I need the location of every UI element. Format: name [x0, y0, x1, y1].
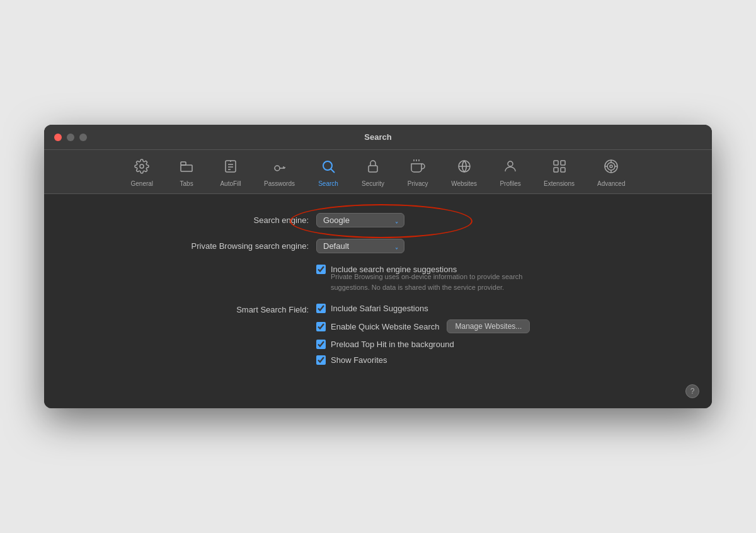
safari-suggestions-checkbox[interactable]	[316, 304, 326, 313]
svg-point-0	[140, 164, 144, 168]
tab-security[interactable]: Security	[350, 155, 396, 193]
quick-website-search-row: Enable Quick Website Search Manage Websi…	[316, 319, 530, 333]
svg-point-12	[323, 161, 332, 170]
tab-autofill[interactable]: AutoFill	[209, 155, 253, 193]
tab-security-label: Security	[362, 180, 384, 187]
advanced-icon	[604, 159, 619, 178]
private-engine-select-wrapper: Default Google Bing DuckDuckGo	[316, 239, 404, 253]
manage-websites-button[interactable]: Manage Websites...	[447, 319, 530, 333]
preload-top-hit-label: Preload Top Hit in the background	[331, 340, 454, 349]
include-suggestions-checkbox[interactable]	[316, 265, 326, 274]
content-area: Search engine: Google Bing DuckDuckGo Ya…	[44, 194, 712, 408]
tab-search[interactable]: Search	[306, 155, 350, 193]
tab-general-label: General	[131, 180, 154, 187]
titlebar: Search	[44, 125, 712, 150]
quick-website-search-checkbox[interactable]	[316, 322, 326, 331]
maximize-button[interactable]	[79, 134, 87, 141]
tab-websites[interactable]: Websites	[440, 155, 488, 193]
help-button[interactable]: ?	[685, 384, 699, 398]
svg-rect-2	[181, 165, 192, 171]
tab-profiles[interactable]: Profiles	[488, 155, 532, 193]
password-icon	[272, 159, 287, 178]
suggestions-section: Include search engine suggestions Privat…	[316, 265, 598, 292]
show-favorites-label: Show Favorites	[331, 355, 387, 365]
tab-advanced-label: Advanced	[597, 180, 625, 187]
search-engine-select[interactable]: Google Bing DuckDuckGo Yahoo Ecosia	[316, 213, 404, 227]
tab-extensions[interactable]: Extensions	[532, 155, 586, 193]
tab-profiles-label: Profiles	[500, 180, 520, 187]
tab-search-label: Search	[318, 180, 338, 187]
smart-search-section: Smart Search Field: Include Safari Sugge…	[158, 304, 598, 365]
extensions-icon	[552, 159, 567, 178]
tab-extensions-label: Extensions	[544, 180, 575, 187]
tab-tabs[interactable]: Tabs	[164, 155, 209, 193]
settings-section: Search engine: Google Bing DuckDuckGo Ya…	[158, 213, 598, 365]
privacy-icon	[410, 159, 425, 178]
tabs-icon	[179, 159, 194, 178]
tab-autofill-label: AutoFill	[220, 180, 241, 187]
minimize-button[interactable]	[67, 134, 74, 141]
toolbar: General Tabs Au	[44, 150, 712, 194]
svg-rect-14	[369, 166, 377, 172]
security-icon	[365, 159, 381, 178]
tab-tabs-label: Tabs	[180, 180, 193, 187]
safari-suggestions-label: Include Safari Suggestions	[331, 304, 428, 313]
tab-advanced[interactable]: Advanced	[586, 155, 636, 193]
svg-point-20	[508, 161, 513, 166]
svg-rect-23	[554, 168, 558, 172]
search-engine-row: Search engine: Google Bing DuckDuckGo Ya…	[158, 213, 598, 227]
profiles-icon	[503, 159, 518, 178]
smart-search-options: Include Safari Suggestions Enable Quick …	[316, 304, 530, 365]
gear-icon	[134, 159, 149, 178]
traffic-lights	[54, 134, 87, 141]
svg-point-25	[610, 165, 612, 168]
suggestions-description: Private Browsing uses on-device informat…	[331, 272, 595, 292]
svg-point-26	[607, 163, 615, 170]
show-favorites-checkbox[interactable]	[316, 355, 326, 365]
preload-top-hit-checkbox[interactable]	[316, 340, 326, 349]
help-icon: ?	[690, 387, 695, 396]
svg-rect-21	[554, 161, 558, 165]
search-engine-row-wrapper: Search engine: Google Bing DuckDuckGo Ya…	[158, 213, 598, 227]
svg-rect-3	[226, 161, 236, 172]
svg-rect-22	[561, 161, 565, 165]
tab-passwords-label: Passwords	[264, 180, 295, 187]
private-engine-select[interactable]: Default Google Bing DuckDuckGo	[316, 239, 404, 253]
preload-top-hit-row: Preload Top Hit in the background	[316, 340, 530, 349]
tab-general[interactable]: General	[120, 155, 165, 193]
websites-icon	[457, 159, 472, 178]
window-title: Search	[364, 132, 391, 142]
main-window: Search General Tabs	[44, 125, 712, 408]
tab-websites-label: Websites	[451, 180, 477, 187]
tab-passwords[interactable]: Passwords	[253, 155, 306, 193]
private-engine-row: Private Browsing search engine: Default …	[158, 239, 598, 253]
tab-privacy-label: Privacy	[408, 180, 428, 187]
private-engine-label: Private Browsing search engine:	[158, 241, 309, 251]
safari-suggestions-row: Include Safari Suggestions	[316, 304, 530, 313]
search-engine-select-wrapper: Google Bing DuckDuckGo Yahoo Ecosia	[316, 213, 404, 227]
search-engine-label: Search engine:	[158, 215, 309, 225]
svg-line-13	[331, 169, 335, 173]
svg-point-8	[275, 166, 280, 171]
search-icon	[321, 159, 336, 178]
show-favorites-row: Show Favorites	[316, 355, 530, 365]
tab-privacy[interactable]: Privacy	[396, 155, 440, 193]
close-button[interactable]	[54, 134, 62, 141]
smart-search-label: Smart Search Field:	[158, 304, 309, 365]
quick-website-search-label: Enable Quick Website Search	[331, 322, 439, 331]
svg-rect-24	[561, 168, 565, 172]
autofill-icon	[223, 159, 238, 178]
